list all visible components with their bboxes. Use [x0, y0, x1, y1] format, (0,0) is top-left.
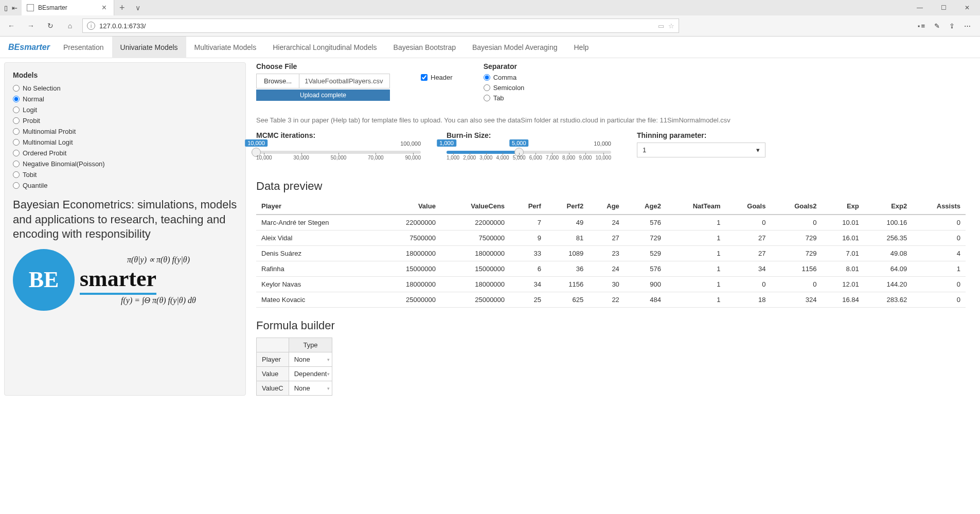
home-button[interactable]: ⌂	[63, 19, 77, 33]
model-label: Normal	[23, 95, 44, 103]
window-minimize-button[interactable]: —	[909, 0, 931, 15]
model-option-no-selection[interactable]: No Selection	[13, 84, 237, 92]
browser-tab[interactable]: BEsmarter ×	[22, 0, 114, 15]
nav-tab-presentation[interactable]: Presentation	[55, 37, 112, 58]
formula-row: PlayerNone▾	[257, 352, 332, 367]
mcmc-value-badge: 10,000	[245, 139, 268, 147]
refresh-button[interactable]: ↻	[43, 19, 58, 33]
col-player: Player	[256, 198, 378, 215]
favorite-icon[interactable]: ☆	[668, 22, 674, 30]
model-option-logit[interactable]: Logit	[13, 106, 237, 114]
model-option-multinomial-probit[interactable]: Multinomial Probit	[13, 128, 237, 135]
model-option-ordered-probit[interactable]: Ordered Probit	[13, 149, 237, 157]
table-row: Marc-André ter Stegen2200000022000000749…	[256, 215, 966, 231]
data-preview-title: Data preview	[256, 180, 966, 193]
model-radio[interactable]	[13, 139, 20, 146]
logo-word: smarter	[80, 265, 156, 295]
separator-section: Separator CommaSemicolonTab	[484, 62, 525, 110]
forward-button[interactable]: →	[24, 19, 38, 33]
back-button[interactable]: ←	[4, 19, 19, 33]
page-icon	[27, 4, 34, 11]
formula-type-select[interactable]: Dependent▾	[289, 367, 332, 381]
chevron-down-icon: ▾	[756, 146, 760, 154]
model-option-tobit[interactable]: Tobit	[13, 171, 237, 179]
header-checkbox[interactable]	[421, 74, 427, 81]
site-info-icon[interactable]: i	[87, 22, 95, 30]
model-radio[interactable]	[13, 182, 20, 189]
reading-view-icon[interactable]: ▭	[658, 22, 664, 30]
model-radio[interactable]	[13, 161, 20, 167]
model-radio[interactable]	[13, 107, 20, 113]
model-label: Logit	[23, 106, 37, 114]
burnin-value-badge: 5,000	[509, 139, 529, 147]
browse-button[interactable]: Browse...	[257, 74, 299, 88]
model-radio[interactable]	[13, 128, 20, 135]
mcmc-slider[interactable]: 10,000 100,000 10,00030,00050,00070,0009…	[256, 143, 421, 168]
new-tab-button[interactable]: +	[114, 3, 130, 13]
col-age: Age	[589, 198, 625, 215]
tabset-back-icon[interactable]: ⇤	[12, 4, 17, 12]
model-radio[interactable]	[13, 150, 20, 156]
tab-title: BEsmarter	[38, 4, 96, 11]
settings-icon[interactable]: ⋯	[964, 22, 971, 30]
equation-bottom: f(y) = ∫Θ π(θ) f(y|θ) dθ	[80, 296, 237, 305]
app-brand[interactable]: BEsmarter	[3, 43, 55, 52]
separator-radio[interactable]	[484, 74, 490, 81]
upload-status: Upload complete	[256, 90, 390, 101]
model-option-quantile[interactable]: Quantile	[13, 182, 237, 189]
separator-radio[interactable]	[484, 84, 490, 91]
window-close-button[interactable]: ✕	[956, 0, 978, 15]
col-assists: Assists	[912, 198, 966, 215]
model-option-normal[interactable]: Normal	[13, 95, 237, 103]
share-icon[interactable]: ⇪	[949, 22, 955, 30]
model-label: Probit	[23, 117, 40, 125]
model-radio[interactable]	[13, 171, 20, 178]
model-radio[interactable]	[13, 85, 20, 92]
model-radio[interactable]	[13, 96, 20, 102]
separator-radio[interactable]	[484, 95, 490, 101]
separator-option-comma[interactable]: Comma	[484, 74, 525, 81]
url-input[interactable]: i 127.0.0.1:6733/ ▭ ☆	[82, 19, 679, 33]
model-option-negative-binomial-poisson-[interactable]: Negative Binomial(Poisson)	[13, 160, 237, 168]
separator-label: Tab	[493, 94, 504, 102]
logo-circle: BE	[13, 249, 75, 311]
tabset-icon[interactable]: ▯	[4, 4, 8, 12]
window-maximize-button[interactable]: ☐	[933, 0, 954, 15]
nav-tab-univariate-models[interactable]: Univariate Models	[112, 37, 186, 58]
formula-builder-title: Formula builder	[256, 319, 966, 332]
formula-row: ValueCNone▾	[257, 381, 332, 396]
thinning-select[interactable]: 1 ▾	[637, 143, 765, 157]
model-label: Multinomial Logit	[23, 138, 73, 146]
thinning-label: Thinning parameter:	[637, 131, 765, 139]
nav-tab-bayesian-model-averaging[interactable]: Bayesian Model Averaging	[464, 37, 566, 58]
file-section: Choose File Browse... 1ValueFootballPlay…	[256, 62, 390, 101]
model-option-multinomial-logit[interactable]: Multinomial Logit	[13, 138, 237, 146]
separator-option-semicolon[interactable]: Semicolon	[484, 84, 525, 92]
model-option-probit[interactable]: Probit	[13, 117, 237, 125]
sidebar: Models No SelectionNormalLogitProbitMult…	[4, 62, 246, 396]
col-valuecens: ValueCens	[441, 198, 510, 215]
notes-icon[interactable]: ✎	[934, 22, 940, 30]
col-goals2: Goals2	[771, 198, 822, 215]
tab-menu-icon[interactable]: ∨	[130, 4, 146, 12]
formula-col-type: Type	[289, 338, 332, 352]
favorites-hub-icon[interactable]: ⋆≡	[917, 22, 925, 30]
file-input[interactable]: Browse... 1ValueFootballPlayers.csv	[256, 74, 390, 88]
burnin-slider[interactable]: 1,000 5,000 10,000 1,0002,0003,0004,0005…	[447, 143, 611, 168]
nav-tab-bayesian-bootstrap[interactable]: Bayesian Bootstrap	[385, 37, 464, 58]
col-perf: Perf	[510, 198, 546, 215]
nav-tab-multivariate-models[interactable]: Multivariate Models	[186, 37, 265, 58]
data-preview-table: PlayerValueValueCensPerfPerf2AgeAge2NatT…	[256, 198, 966, 308]
formula-type-select[interactable]: None▾	[289, 352, 332, 367]
separator-label: Semicolon	[493, 84, 525, 92]
formula-type-select[interactable]: None▾	[289, 381, 332, 396]
tab-close-icon[interactable]: ×	[100, 3, 109, 12]
col-age2: Age2	[625, 198, 666, 215]
col-perf2: Perf2	[546, 198, 589, 215]
models-radio-group: No SelectionNormalLogitProbitMultinomial…	[13, 84, 237, 189]
nav-tab-hierarchical-longitudinal-models[interactable]: Hierarchical Longitudinal Models	[264, 37, 385, 58]
nav-tab-help[interactable]: Help	[566, 37, 597, 58]
separator-option-tab[interactable]: Tab	[484, 94, 525, 102]
header-checkbox-row: Header	[421, 74, 453, 81]
model-radio[interactable]	[13, 117, 20, 124]
